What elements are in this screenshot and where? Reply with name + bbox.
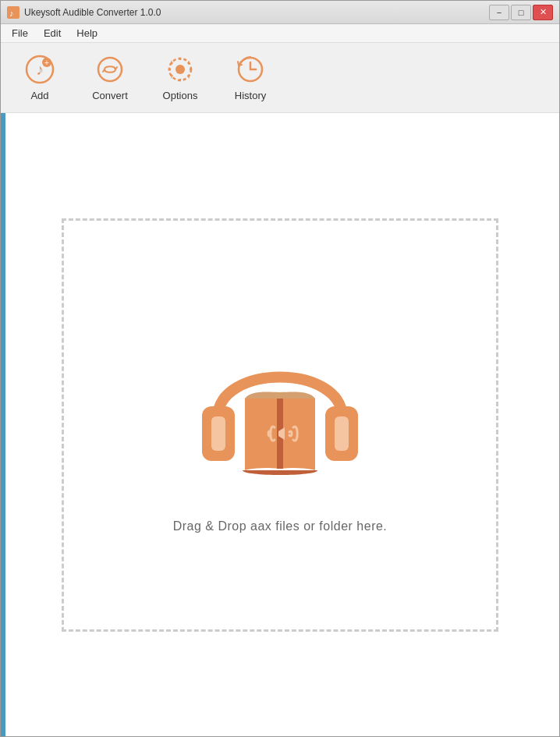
add-button[interactable]: ♪ + Add [9, 47, 71, 109]
drop-zone[interactable]: Drag & Drop aax files or folder here. [62, 218, 498, 632]
close-button[interactable]: ✕ [533, 5, 553, 20]
main-content: Drag & Drop aax files or folder here. [1, 113, 559, 736]
convert-button[interactable]: Convert [79, 47, 141, 109]
window-title: Ukeysoft Audible Converter 1.0.0 [24, 7, 161, 18]
minimize-button[interactable]: − [489, 5, 509, 20]
history-icon [235, 54, 266, 85]
drop-zone-text: Drag & Drop aax files or folder here. [173, 519, 388, 533]
add-icon: ♪ + [24, 54, 55, 85]
add-label: Add [30, 90, 48, 101]
svg-text:♪: ♪ [9, 9, 14, 18]
title-bar-buttons: − □ ✕ [489, 5, 553, 20]
svg-rect-11 [211, 416, 225, 451]
svg-point-7 [175, 65, 185, 74]
svg-point-6 [98, 58, 122, 81]
options-icon [165, 54, 196, 85]
svg-text:+: + [44, 58, 49, 67]
app-icon: ♪ [7, 6, 19, 19]
convert-icon [94, 54, 126, 85]
options-button[interactable]: Options [149, 47, 211, 109]
maximize-button[interactable]: □ [511, 5, 531, 20]
app-window: ♪ Ukeysoft Audible Converter 1.0.0 − □ ✕… [0, 0, 560, 737]
accent-bar [1, 113, 5, 736]
menu-edit[interactable]: Edit [36, 26, 69, 41]
menu-bar: File Edit Help [1, 24, 559, 43]
title-bar: ♪ Ukeysoft Audible Converter 1.0.0 − □ ✕ [1, 1, 559, 24]
options-label: Options [163, 90, 198, 101]
menu-help[interactable]: Help [69, 26, 105, 41]
history-button[interactable]: History [219, 47, 282, 109]
convert-label: Convert [92, 90, 128, 101]
toolbar: ♪ + Add Convert [1, 43, 559, 113]
menu-file[interactable]: File [4, 26, 36, 41]
title-bar-left: ♪ Ukeysoft Audible Converter 1.0.0 [7, 6, 161, 19]
history-label: History [235, 90, 266, 101]
svg-rect-13 [335, 416, 349, 451]
drop-zone-icon [179, 317, 381, 504]
